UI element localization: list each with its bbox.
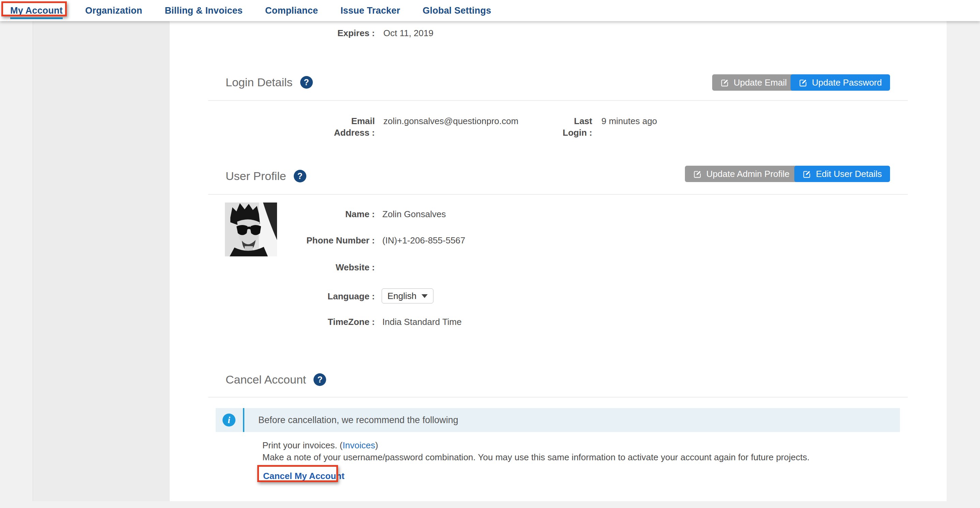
update-email-label: Update Email [733, 77, 787, 88]
chevron-down-icon [422, 294, 428, 298]
user-profile-header: User Profile ? [226, 169, 306, 183]
section-divider [208, 397, 908, 398]
login-details-title: Login Details [226, 76, 293, 89]
tab-compliance[interactable]: Compliance [265, 5, 318, 16]
website-row: Website : [273, 261, 382, 273]
help-icon[interactable]: ? [300, 76, 313, 89]
edit-icon [693, 170, 702, 178]
update-email-button[interactable]: Update Email [712, 74, 795, 91]
username-note-line: Make a note of your username/password co… [262, 452, 810, 463]
invoices-line-suffix: ) [375, 440, 378, 451]
cancellation-info-banner: i Before cancellation, we recommend the … [216, 408, 900, 432]
timezone-row: TimeZone : India Standard Time [273, 316, 462, 328]
website-label: Website : [273, 261, 375, 273]
invoices-line-prefix: Print your invoices. ( [262, 440, 343, 451]
update-admin-profile-button[interactable]: Update Admin Profile [685, 166, 798, 182]
edit-icon [802, 170, 811, 178]
cancel-account-header: Cancel Account ? [226, 373, 326, 386]
section-divider [208, 100, 908, 101]
email-address-value: zolin.gonsalves@questionpro.com [383, 115, 518, 127]
tab-global-settings[interactable]: Global Settings [423, 5, 491, 16]
expires-label: Expires : [170, 27, 375, 39]
banner-text: Before cancellation, we recommend the fo… [258, 408, 458, 432]
invoices-link[interactable]: Invoices [343, 440, 375, 451]
last-login-row: Last Login : 9 minutes ago [555, 115, 657, 139]
last-login-label: Last Login : [555, 115, 592, 139]
edit-user-details-button[interactable]: Edit User Details [794, 166, 890, 182]
login-details-header: Login Details ? [226, 76, 313, 89]
language-row: Language : [273, 290, 375, 302]
language-select-value: English [387, 291, 417, 301]
last-login-value: 9 minutes ago [601, 115, 657, 127]
main-content-panel: Expires : Oct 11, 2019 Login Details ? U… [170, 21, 947, 501]
tab-issue-tracker[interactable]: Issue Tracker [340, 5, 400, 16]
avatar [225, 202, 277, 256]
edit-icon [799, 78, 807, 87]
tab-billing-invoices[interactable]: Billing & Invoices [165, 5, 243, 16]
phone-value: (IN)+1-206-855-5567 [382, 234, 466, 246]
email-address-label: Email Address : [324, 115, 375, 139]
top-navbar: My Account Organization Billing & Invoic… [0, 0, 980, 21]
tab-my-account[interactable]: My Account [10, 5, 63, 16]
name-label: Name : [273, 208, 375, 220]
phone-row: Phone Number : (IN)+1-206-855-5567 [273, 234, 466, 246]
timezone-value: India Standard Time [382, 316, 462, 328]
cancel-my-account-link[interactable]: Cancel My Account [263, 470, 345, 481]
update-password-button[interactable]: Update Password [791, 74, 890, 91]
edit-user-details-label: Edit User Details [816, 169, 882, 179]
invoices-line: Print your invoices. (Invoices) [262, 440, 378, 451]
phone-label: Phone Number : [273, 234, 375, 246]
edit-icon [720, 78, 729, 87]
update-admin-profile-label: Update Admin Profile [706, 169, 789, 179]
banner-accent-line [243, 408, 244, 432]
cancel-account-title: Cancel Account [226, 373, 306, 386]
help-icon[interactable]: ? [313, 373, 326, 386]
email-row: Email Address : zolin.gonsalves@question… [324, 115, 518, 139]
license-expires-row: Expires : Oct 11, 2019 [170, 27, 433, 39]
avatar-photo [225, 202, 277, 256]
timezone-label: TimeZone : [273, 316, 375, 328]
help-icon[interactable]: ? [294, 170, 306, 182]
expires-value: Oct 11, 2019 [383, 27, 433, 39]
info-icon: i [223, 414, 235, 427]
user-profile-title: User Profile [226, 169, 286, 183]
section-divider [208, 194, 908, 195]
name-value: Zolin Gonsalves [382, 208, 446, 220]
tab-organization[interactable]: Organization [85, 5, 142, 16]
name-row: Name : Zolin Gonsalves [273, 208, 446, 220]
language-select[interactable]: English [382, 288, 433, 303]
settings-sidebar [33, 21, 170, 501]
update-password-label: Update Password [812, 77, 882, 88]
language-label: Language : [273, 290, 375, 302]
